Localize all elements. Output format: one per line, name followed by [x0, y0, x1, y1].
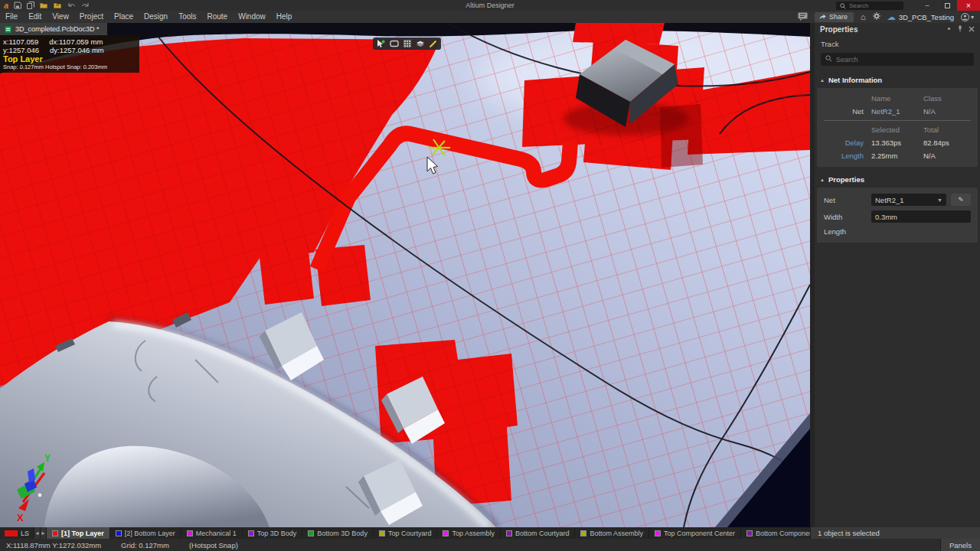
home-icon[interactable]: ⌂	[861, 13, 866, 21]
save-all-icon[interactable]	[27, 2, 34, 9]
workspace-selector[interactable]: ☁ 3D_PCB_Testing	[887, 13, 954, 21]
edit-net-button[interactable]: ✎	[951, 194, 971, 206]
global-search-box[interactable]	[836, 2, 903, 10]
track-width-input[interactable]	[871, 210, 971, 223]
length-selected-value: 2.25mm	[871, 152, 919, 160]
net-name-value[interactable]: NetR2_1	[871, 107, 919, 116]
delay-selected-value: 13.363ps	[871, 139, 919, 147]
document-tab[interactable]: 3D_completed.PcbDoc3D *	[0, 23, 107, 35]
layer-tab-top-courtyard[interactable]: Top Courtyard	[374, 527, 438, 539]
layer-tab-top-component-center[interactable]: Top Component Center	[649, 527, 741, 539]
axis-x-label: X	[17, 512, 24, 523]
menu-project[interactable]: Project	[74, 11, 109, 23]
snap-mode: (Hotspot Snap)	[189, 541, 238, 549]
status-bar: X:1118.87mm Y:1272.032mm Grid: 0.127mm (…	[0, 539, 980, 551]
layer-color-swatch	[580, 530, 586, 536]
col-header-name: Name	[871, 94, 919, 103]
delay-label: Delay	[824, 139, 867, 147]
hud-dx: dx:1107.059 mm	[49, 37, 103, 46]
hud-dy: dy:1257.046 mm	[50, 46, 104, 54]
layer-tab-bottom-layer[interactable]: [2] Bottom Layer	[110, 527, 181, 539]
layer-tab-bottom-courtyard[interactable]: Bottom Courtyard	[501, 527, 576, 539]
pcb-3d-scene[interactable]: X Y	[0, 23, 810, 527]
workspace-name: 3D_PCB_Testing	[899, 13, 954, 21]
selection-status: 1 object is selected	[810, 527, 980, 539]
layers-icon[interactable]	[414, 38, 426, 49]
panel-search-box[interactable]	[821, 53, 974, 66]
pcb-document-icon	[5, 26, 11, 33]
layer-sets-button[interactable]: LS	[0, 527, 34, 539]
heads-up-display: x:1107.059dx:1107.059 mm y:1257.046dy:12…	[0, 35, 139, 73]
maximize-button[interactable]	[937, 0, 957, 11]
col-header-selected: Selected	[871, 126, 919, 134]
layer-tab-bottom-3d-body[interactable]: Bottom 3D Body	[302, 527, 374, 539]
selected-object-type: Track	[815, 36, 980, 51]
axis-y-label: Y	[44, 453, 51, 464]
panel-menu-icon[interactable]	[946, 26, 952, 33]
close-button[interactable]: ×	[957, 0, 980, 11]
hud-x: x:1107.059	[3, 37, 38, 46]
menu-help[interactable]: Help	[271, 11, 298, 23]
menu-tools[interactable]: Tools	[173, 11, 201, 23]
menu-edit[interactable]: Edit	[23, 11, 47, 23]
open-project-icon[interactable]	[54, 2, 62, 9]
panel-search-input[interactable]	[836, 56, 951, 64]
search-icon	[840, 0, 846, 12]
redo-icon[interactable]	[81, 2, 90, 9]
net-select-combobox[interactable]: NetR2_1 ▼	[871, 194, 946, 206]
layer-tab-bottom-assembly[interactable]: Bottom Assembly	[575, 527, 649, 539]
width-label: Width	[824, 213, 867, 221]
title-bar: a Altium Designer – ×	[0, 0, 980, 11]
layer-tab-top-layer[interactable]: [1] Top Layer	[47, 527, 110, 539]
pcb-3d-viewport[interactable]: X Y 3D_completed.PcbDoc3D * x:1107.059dx…	[0, 23, 810, 527]
settings-gear-icon[interactable]	[873, 12, 880, 21]
global-search-input[interactable]	[849, 2, 895, 9]
share-icon	[819, 14, 826, 20]
layer-color-swatch	[52, 530, 58, 536]
menu-view[interactable]: View	[47, 11, 74, 23]
area-select-icon[interactable]	[388, 38, 400, 49]
section-properties[interactable]: ▲ Properties	[815, 172, 980, 187]
menu-design[interactable]: Design	[139, 11, 173, 23]
panel-title: Properties	[820, 25, 858, 34]
layer-tab-mechanical-1[interactable]: Mechanical 1	[181, 527, 243, 539]
menu-place[interactable]: Place	[109, 11, 139, 23]
length-field-label: Length	[824, 227, 867, 236]
layer-tabs-strip: LS ◄ ► [1] Top Layer [2] Bottom Layer Me…	[0, 527, 810, 539]
layer-color-swatch	[248, 530, 254, 536]
net-row-label: Net	[824, 107, 867, 116]
menu-window[interactable]: Window	[233, 11, 271, 23]
board-grid-icon[interactable]	[401, 38, 413, 49]
layer-color-swatch	[379, 530, 385, 536]
layer-scroll-left-button[interactable]: ◄	[34, 527, 41, 539]
select-cursor-icon[interactable]	[375, 38, 387, 49]
collapse-icon: ▲	[820, 78, 825, 83]
layer-color-swatch	[308, 530, 314, 536]
panels-button[interactable]: Panels	[940, 539, 980, 551]
user-icon	[961, 13, 969, 21]
panel-close-icon[interactable]	[969, 26, 975, 34]
section-net-information[interactable]: ▲ Net Information	[815, 73, 980, 87]
layer-bar: LS ◄ ► [1] Top Layer [2] Bottom Layer Me…	[0, 527, 980, 539]
layer-tab-bottom-component-center[interactable]: Bottom Component Center	[741, 527, 810, 539]
minimize-button[interactable]: –	[917, 0, 937, 11]
share-button[interactable]: Share	[815, 12, 854, 22]
track-properties-group: Net NetR2_1 ▼ ✎ Width Length	[817, 187, 978, 243]
measure-icon[interactable]	[427, 38, 439, 49]
pin-icon[interactable]	[957, 25, 963, 34]
layer-scroll-right-button[interactable]: ►	[41, 527, 47, 539]
layer-tab-top-assembly[interactable]: Top Assembly	[437, 527, 501, 539]
menu-file[interactable]: File	[0, 11, 23, 23]
menu-route[interactable]: Route	[202, 11, 234, 23]
cursor-position: X:1118.87mm Y:1272.032mm	[6, 541, 101, 549]
app-title: Altium Designer	[466, 2, 514, 9]
chevron-down-icon: ▼	[937, 197, 942, 203]
undo-icon[interactable]	[67, 2, 76, 9]
group-divider	[824, 120, 971, 121]
layer-color-swatch	[655, 530, 661, 536]
comment-icon[interactable]	[798, 12, 808, 22]
open-folder-icon[interactable]	[40, 2, 48, 9]
save-icon[interactable]	[14, 2, 21, 9]
user-avatar[interactable]: ▾	[961, 13, 974, 21]
layer-tab-top-3d-body[interactable]: Top 3D Body	[243, 527, 303, 539]
